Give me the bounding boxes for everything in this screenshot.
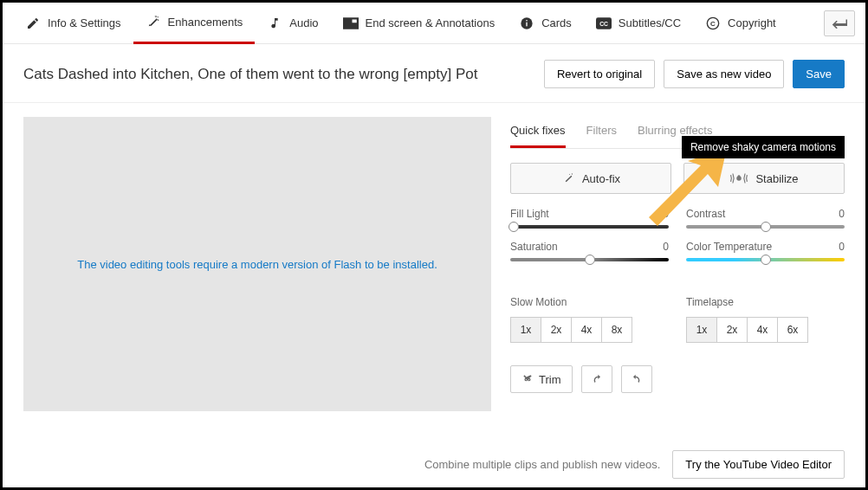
tab-info-settings[interactable]: Info & Settings [13,3,133,44]
tab-label: Cards [541,16,572,29]
time-2x[interactable]: 2x [716,317,748,343]
save-button[interactable]: Save [793,60,845,88]
timelapse-label: Timelapse [686,296,845,308]
fix-buttons: Auto-fix Stabilize [510,163,845,194]
stabilize-tooltip: Remove shaky camera motions [682,136,845,158]
slider-label: Saturation [510,241,558,253]
enhancement-panel: Remove shaky camera motions Quick fixes … [510,117,845,411]
time-1x[interactable]: 1x [686,317,717,343]
video-preview: The video editing tools require a modern… [23,117,491,411]
slider-value: 0 [839,208,845,220]
tab-endscreen[interactable]: End screen & Annotations [331,3,508,44]
return-arrow-icon [832,18,847,29]
tab-label: Copyright [728,16,776,29]
endscreen-icon [343,16,359,31]
tab-label: Enhancements [168,16,243,29]
undo-button[interactable] [621,365,652,393]
slider-value: 0 [839,241,845,253]
slow-1x[interactable]: 1x [510,317,541,343]
slider-label: Fill Light [510,208,549,220]
contrast-slider[interactable]: Contrast0 [686,208,845,229]
top-nav: Info & Settings Enhancements Audio End s… [3,3,865,44]
cc-icon: CC [596,16,612,31]
trim-label: Trim [539,373,561,386]
svg-rect-4 [526,20,527,21]
subtab-filters[interactable]: Filters [586,117,617,148]
pencil-icon [25,16,41,31]
svg-text:C: C [710,19,716,27]
footer: Combine multiple clips and publish new v… [424,450,845,479]
try-editor-button[interactable]: Try the YouTube Video Editor [672,450,845,479]
revert-button[interactable]: Revert to original [544,60,655,88]
undo-icon [630,372,644,386]
slow-motion-buttons: 1x 2x 4x 8x [510,317,669,343]
saturation-slider[interactable]: Saturation0 [510,241,669,261]
copyright-icon: C [705,16,721,31]
autofix-button[interactable]: Auto-fix [510,163,671,194]
tab-label: Subtitles/CC [619,16,681,29]
tab-copyright[interactable]: C Copyright [693,3,788,44]
back-button[interactable] [824,10,855,36]
time-6x[interactable]: 6x [777,317,808,343]
redo-button[interactable] [581,365,612,393]
svg-rect-1 [352,19,356,23]
title-bar: Cats Dashed into Kitchen, One of them we… [3,44,865,103]
svg-rect-0 [343,17,359,29]
stabilize-label: Stabilize [755,172,798,185]
tab-enhancements[interactable]: Enhancements [133,3,256,44]
svg-text:CC: CC [599,21,608,27]
svg-point-10 [738,175,741,177]
timelapse-buttons: 1x 2x 4x 6x [686,317,845,343]
slider-label: Color Temperature [686,241,772,253]
slider-value: 0 [663,241,669,253]
svg-rect-3 [526,22,527,26]
footer-text: Combine multiple clips and publish new v… [424,458,660,471]
scissors-icon [521,373,534,385]
tab-label: End screen & Annotations [366,16,496,29]
time-4x[interactable]: 4x [747,317,778,343]
tab-label: Info & Settings [48,16,121,29]
speed-section: Slow Motion 1x 2x 4x 8x Timelapse 1x 2x … [510,296,845,343]
slow-4x[interactable]: 4x [571,317,602,343]
tab-cards[interactable]: Cards [507,3,584,44]
main-content: The video editing tools require a modern… [3,103,865,420]
wand-icon [561,171,575,185]
slow-motion-label: Slow Motion [510,296,669,308]
music-note-icon [267,16,282,31]
slider-label: Contrast [686,208,725,220]
fill-light-slider[interactable]: Fill Light0 [510,208,669,229]
tab-audio[interactable]: Audio [255,3,330,44]
trim-row: Trim [510,365,845,393]
redo-icon [590,372,604,386]
trim-button[interactable]: Trim [510,365,573,393]
autofix-label: Auto-fix [582,172,620,185]
wand-icon [146,14,161,29]
video-title: Cats Dashed into Kitchen, One of them we… [23,66,535,83]
tab-label: Audio [289,16,318,29]
flash-required-message: The video editing tools require a modern… [77,258,437,271]
stabilize-button[interactable]: Stabilize [683,163,845,194]
slow-2x[interactable]: 2x [541,317,572,343]
save-as-button[interactable]: Save as new video [664,60,784,88]
color-temperature-slider[interactable]: Color Temperature0 [686,241,845,261]
tab-subtitles[interactable]: CC Subtitles/CC [584,3,693,44]
slow-8x[interactable]: 8x [601,317,632,343]
slider-value: 0 [663,208,669,220]
info-icon [519,16,534,31]
subtab-quick-fixes[interactable]: Quick fixes [510,117,566,148]
slider-grid: Fill Light0 Saturation0 Contrast0 Color … [510,208,845,274]
stabilize-icon [729,171,748,185]
